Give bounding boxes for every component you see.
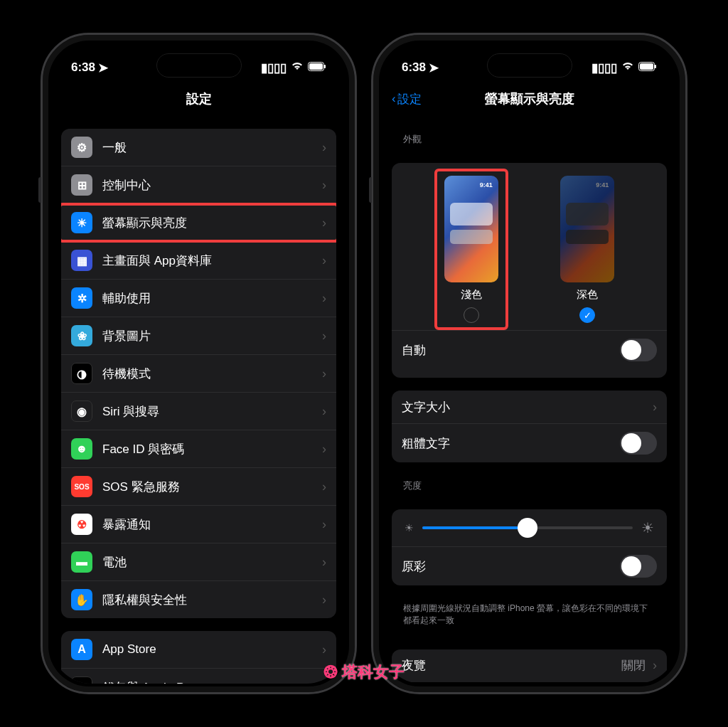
settings-row-隱私權與安全性[interactable]: ✋隱私權與安全性› [61, 580, 336, 618]
theme-light[interactable]: 9:41 淺色 [444, 176, 498, 323]
location-icon: ➤ [429, 60, 439, 75]
chevron-right-icon: › [322, 555, 326, 570]
svg-rect-1 [309, 63, 323, 70]
chevron-right-icon: › [322, 216, 326, 230]
radio-dark-checked[interactable]: ✓ [579, 307, 595, 323]
bold-toggle[interactable] [620, 432, 657, 455]
svg-rect-4 [640, 63, 653, 70]
chevron-right-icon: › [322, 366, 326, 381]
settings-row-一般[interactable]: ⚙一般› [61, 129, 336, 166]
chevron-right-icon: › [322, 178, 326, 193]
nav-bar: 設定 [51, 82, 346, 116]
⊞-icon: ⊞ [71, 174, 92, 196]
▦-icon: ▦ [71, 250, 92, 271]
settings-row-錢包與 Apple Pay[interactable]: ▭錢包與 Apple Pay› [61, 668, 336, 684]
settings-row-控制中心[interactable]: ⊞控制中心› [61, 166, 336, 203]
settings-row-主畫面與 App資料庫[interactable]: ▦主畫面與 App資料庫› [61, 241, 336, 279]
chevron-right-icon: › [322, 642, 326, 657]
true-tone-toggle[interactable] [620, 555, 657, 578]
row-label: 一般 [102, 139, 318, 156]
auto-row: 自動 [392, 330, 667, 369]
chevron-left-icon: ‹ [392, 92, 396, 106]
back-label: 設定 [397, 91, 422, 107]
bold-text-label: 粗體文字 [402, 435, 620, 452]
night-shift-row[interactable]: 夜覽 關閉 › [392, 649, 667, 682]
display-settings[interactable]: 外觀 9:41 淺色 9:41 [382, 116, 677, 684]
chevron-right-icon: › [653, 400, 657, 415]
sun-small-icon: ☀ [405, 522, 414, 534]
chevron-right-icon: › [653, 658, 657, 673]
battery-icon [638, 60, 657, 75]
settings-row-Siri 與搜尋[interactable]: ◉Siri 與搜尋› [61, 392, 336, 430]
settings-row-待機模式[interactable]: ◑待機模式› [61, 354, 336, 392]
true-tone-note: 根據周圍光線狀況自動調整 iPhone 螢幕，讓色彩在不同的環境下都看起來一致 [392, 598, 667, 637]
back-button[interactable]: ‹ 設定 [392, 91, 422, 107]
auto-toggle[interactable] [620, 339, 657, 361]
status-time: 6:38 [402, 60, 426, 75]
row-label: 背景圖片 [102, 328, 318, 344]
appearance-group: 9:41 淺色 9:41 深色 ✓ [392, 163, 667, 378]
chevron-right-icon: › [322, 442, 326, 457]
svg-rect-2 [324, 65, 326, 68]
▬-icon: ▬ [71, 551, 92, 573]
screen-right: 6:38 ➤ ▮▯▯▯ ‹ 設定 螢幕顯示與亮度 外觀 [382, 43, 677, 684]
row-label: App Store [102, 642, 318, 657]
appearance-header: 外觀 [392, 129, 667, 150]
row-label: 隱私權與安全性 [102, 592, 318, 608]
❀-icon: ❀ [71, 325, 92, 346]
row-label: Face ID 與密碼 [102, 441, 318, 457]
night-shift-group: 夜覽 關閉 › [392, 649, 667, 682]
screen-left: 6:38 ➤ ▮▯▯▯ 設定 ⚙一般›⊞控制中心›☀螢幕顯示與亮度›▦主畫面與 … [51, 43, 346, 684]
nav-bar: ‹ 設定 螢幕顯示與亮度 [382, 82, 677, 116]
appearance-options: 9:41 淺色 9:41 深色 ✓ [392, 176, 667, 330]
brightness-slider[interactable] [422, 526, 633, 529]
row-label: 螢幕顯示與亮度 [102, 215, 318, 231]
page-title: 螢幕顯示與亮度 [485, 90, 574, 107]
watermark: ❂ 塔科女子 [323, 662, 405, 683]
dynamic-island [487, 53, 572, 78]
settings-row-電池[interactable]: ▬電池› [61, 543, 336, 580]
☀-icon: ☀ [71, 212, 92, 233]
SOS-icon: SOS [71, 476, 92, 497]
row-label: SOS 緊急服務 [102, 479, 318, 495]
bold-text-row: 粗體文字 [392, 423, 667, 462]
settings-row-輔助使用[interactable]: ✲輔助使用› [61, 279, 336, 317]
chevron-right-icon: › [322, 479, 326, 494]
true-tone-row: 原彩 [392, 546, 667, 585]
theme-light-thumbnail: 9:41 [444, 176, 498, 282]
watermark-icon: ❂ [323, 662, 338, 682]
phone-right: 6:38 ➤ ▮▯▯▯ ‹ 設定 螢幕顯示與亮度 外觀 [371, 33, 687, 694]
text-size-row[interactable]: 文字大小 › [392, 391, 667, 423]
radio-light[interactable] [464, 307, 479, 323]
slider-thumb[interactable] [518, 518, 537, 538]
settings-row-暴露通知[interactable]: ☢暴露通知› [61, 505, 336, 543]
✲-icon: ✲ [71, 287, 92, 309]
battery-icon [308, 60, 326, 75]
row-label: 錢包與 Apple Pay [102, 679, 318, 684]
slider-fill [422, 526, 528, 529]
chevron-right-icon: › [322, 404, 326, 419]
chevron-right-icon: › [322, 291, 326, 306]
settings-row-背景圖片[interactable]: ❀背景圖片› [61, 317, 336, 354]
thumb-time: 9:41 [480, 181, 493, 189]
theme-dark-thumbnail: 9:41 [560, 176, 614, 282]
theme-dark[interactable]: 9:41 深色 ✓ [560, 176, 614, 323]
chevron-right-icon: › [322, 253, 326, 268]
row-label: 控制中心 [102, 177, 318, 193]
settings-row-螢幕顯示與亮度[interactable]: ☀螢幕顯示與亮度› [61, 203, 336, 241]
true-tone-label: 原彩 [402, 558, 620, 575]
chevron-right-icon: › [322, 140, 326, 155]
page-title: 設定 [186, 90, 212, 107]
signal-icon: ▮▯▯▯ [592, 60, 617, 75]
location-icon: ➤ [98, 60, 108, 75]
◉-icon: ◉ [71, 400, 92, 422]
settings-row-App Store[interactable]: AApp Store› [61, 631, 336, 668]
night-shift-label: 夜覽 [402, 657, 621, 674]
brightness-slider-row: ☀ ☀ [392, 509, 667, 546]
settings-row-SOS 緊急服務[interactable]: SOSSOS 緊急服務› [61, 467, 336, 505]
row-label: 電池 [102, 554, 318, 571]
▭-icon: ▭ [71, 676, 92, 684]
settings-list[interactable]: ⚙一般›⊞控制中心›☀螢幕顯示與亮度›▦主畫面與 App資料庫›✲輔助使用›❀背… [51, 116, 346, 684]
sun-large-icon: ☀ [641, 519, 654, 536]
settings-row-Face ID 與密碼[interactable]: ☻Face ID 與密碼› [61, 430, 336, 467]
